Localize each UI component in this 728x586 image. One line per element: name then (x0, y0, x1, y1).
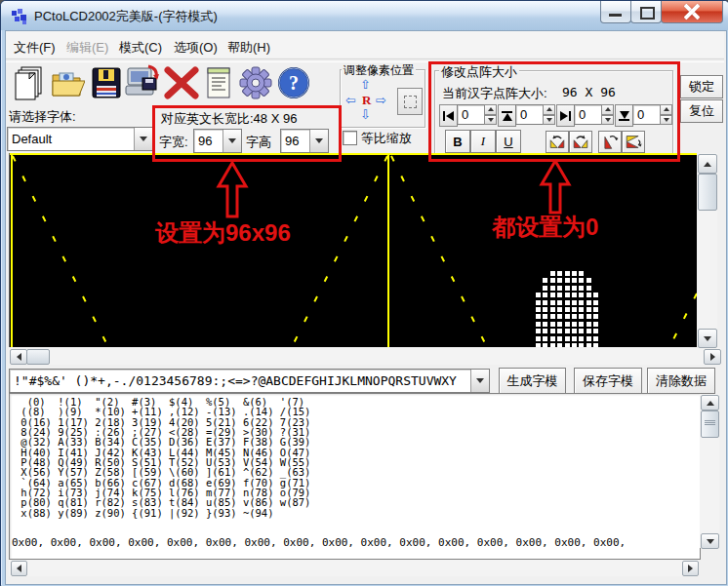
svg-text:?: ? (289, 72, 299, 94)
margin-bottom-spinner[interactable] (660, 104, 672, 125)
maximize-button[interactable] (630, 1, 662, 23)
glyph-preview-canvas[interactable] (9, 153, 698, 347)
scroll-right-button[interactable] (704, 349, 721, 365)
hex-output-line: 0x00, 0x00, 0x00, 0x00, 0x00, 0x00, 0x00… (12, 536, 626, 549)
title-bar: PCtoLCD2002完美版-(字符模式) (1, 1, 728, 30)
menu-file[interactable]: 文件(F) (9, 37, 61, 59)
annotation-text-right: 都设置为0 (492, 212, 598, 243)
char-width-label: 字宽: (159, 134, 188, 151)
scroll-up-button[interactable] (701, 395, 719, 410)
char-width-drop[interactable] (222, 130, 241, 152)
expand-left-icon (443, 111, 445, 121)
canvas-vscroll-thumb[interactable] (698, 174, 717, 211)
app-icon (11, 8, 28, 25)
minimize-button[interactable] (600, 1, 631, 23)
open-file-button[interactable] (49, 62, 86, 103)
canvas-vertical-scrollbar[interactable] (697, 153, 717, 347)
scroll-up-button[interactable] (698, 154, 717, 174)
font-combo[interactable]: Default (7, 127, 153, 151)
output-vscroll-thumb[interactable] (701, 410, 719, 438)
margin-left-icon-button[interactable] (439, 104, 458, 127)
char-height-drop[interactable] (309, 130, 328, 152)
char-width-combo[interactable]: 96 (193, 129, 242, 153)
scroll-left-button[interactable] (11, 561, 27, 576)
scale-lock-checkbox[interactable] (343, 131, 357, 145)
underline-button[interactable]: U (496, 130, 521, 153)
margin-bottom-icon-button[interactable] (615, 104, 633, 127)
menu-edit[interactable]: 编辑(E) (61, 37, 113, 59)
margin-top-icon-button[interactable] (498, 104, 516, 127)
rotate-right-button[interactable] (569, 131, 592, 153)
move-down-icon[interactable]: ⇩ (360, 108, 371, 121)
menu-help[interactable]: 帮助(H) (222, 37, 275, 59)
reset-button[interactable]: 复位 (680, 99, 723, 123)
help-button[interactable]: ? (275, 62, 312, 103)
move-up-icon[interactable]: ⇧ (360, 78, 371, 91)
flip-horizontal-button[interactable] (622, 131, 645, 153)
clear-data-button[interactable]: 清除数据 (647, 368, 715, 394)
gear-icon (238, 65, 273, 100)
scroll-right-button[interactable] (682, 561, 699, 576)
margin-right-icon-button[interactable] (556, 104, 575, 127)
chevron-down-icon (228, 138, 236, 143)
output-vertical-scrollbar[interactable] (700, 394, 719, 548)
scroll-down-button[interactable] (698, 329, 717, 348)
annotation-text-left: 设置为96x96 (155, 217, 291, 249)
font-select-label: 请选择字体: (9, 108, 76, 126)
canvas-horizontal-scrollbar[interactable] (9, 348, 721, 365)
char-height-combo[interactable]: 96 (280, 129, 329, 153)
device-save-icon (125, 64, 162, 101)
italic-button[interactable]: I (470, 130, 496, 153)
move-right-icon[interactable]: ⇨ (376, 94, 386, 106)
arrow-down-icon (704, 336, 711, 341)
save-to-device-button[interactable] (125, 62, 162, 103)
flip-vertical-button[interactable] (598, 131, 622, 153)
spin-down (484, 115, 497, 126)
char-set-combo[interactable]: !"#$%&' ()*+,-./0123456789:;<=>?@ABCDEFG… (9, 369, 490, 393)
margin-left-spinner[interactable] (484, 104, 497, 125)
scale-lock-label: 等比缩放 (361, 130, 412, 147)
notes-icon (205, 65, 232, 100)
app-window: PCtoLCD2002完美版-(字符模式) 文件(F) 编辑(E) 模式(C) … (0, 0, 728, 586)
menu-options[interactable]: 选项(O) (169, 37, 222, 59)
arrow-up-icon (707, 401, 714, 406)
save-font-button[interactable]: 保存字模 (574, 368, 642, 394)
char-set-drop[interactable] (470, 370, 489, 392)
char-set-value: !"#$%&' ()*+,-./0123456789:;<=>?@ABCDEFG… (10, 371, 470, 390)
settings-button[interactable] (237, 62, 274, 103)
menu-mode[interactable]: 模式(C) (114, 37, 167, 59)
rotate-left-button[interactable] (546, 131, 569, 153)
flip-vertical-icon (601, 134, 619, 150)
current-size-value: 96 X 96 (562, 85, 616, 99)
font-combo-drop[interactable] (134, 128, 152, 150)
new-file-icon (13, 64, 46, 101)
margin-right-spinner[interactable] (601, 104, 614, 125)
new-file-button[interactable] (11, 62, 48, 103)
notes-button[interactable] (200, 62, 237, 103)
delete-button[interactable] (163, 62, 200, 103)
move-left-icon[interactable]: ⇦ (345, 94, 356, 106)
margin-top-spinner[interactable] (543, 104, 555, 125)
chevron-down-icon (476, 378, 484, 383)
output-textarea[interactable]: (0) !(1) "(2) #(3) $(4) %(5) &(6) '(7) (… (9, 393, 701, 560)
lock-button[interactable]: 锁定 (680, 75, 723, 98)
delete-x-icon (164, 66, 199, 99)
center-glyph-button[interactable] (397, 88, 423, 115)
scroll-down-button[interactable] (701, 533, 719, 549)
annotation-arrow-left (211, 161, 254, 219)
save-button[interactable] (88, 62, 125, 103)
maximize-icon (640, 7, 655, 20)
output-horizontal-scrollbar[interactable] (9, 560, 699, 576)
reset-position-r[interactable]: R (362, 94, 371, 106)
arrow-left-icon (17, 353, 21, 361)
bold-button[interactable]: B (445, 130, 470, 153)
scroll-left-button[interactable] (10, 349, 27, 365)
char-height-label: 字高 (246, 134, 271, 151)
arrow-right-icon (688, 565, 693, 572)
close-button[interactable] (661, 1, 723, 23)
canvas-hscroll-thumb[interactable] (26, 349, 50, 365)
generate-font-button[interactable]: 生成字模 (499, 368, 566, 394)
arrow-left-icon (17, 565, 21, 572)
center-icon (404, 96, 417, 108)
minimize-icon (609, 14, 622, 17)
